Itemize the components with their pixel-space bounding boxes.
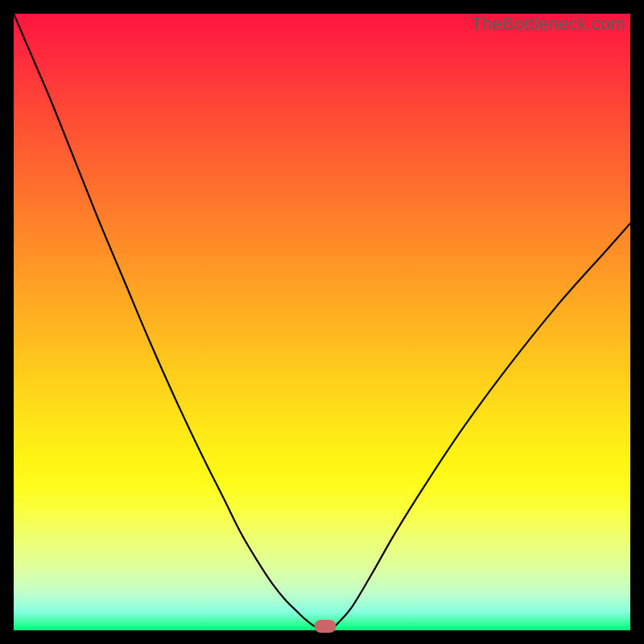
bottleneck-curve — [14, 14, 630, 630]
chart-plot-area: TheBottleneck.com — [14, 14, 630, 630]
watermark-text: TheBottleneck.com — [471, 14, 625, 35]
optimal-point-marker — [314, 620, 336, 633]
